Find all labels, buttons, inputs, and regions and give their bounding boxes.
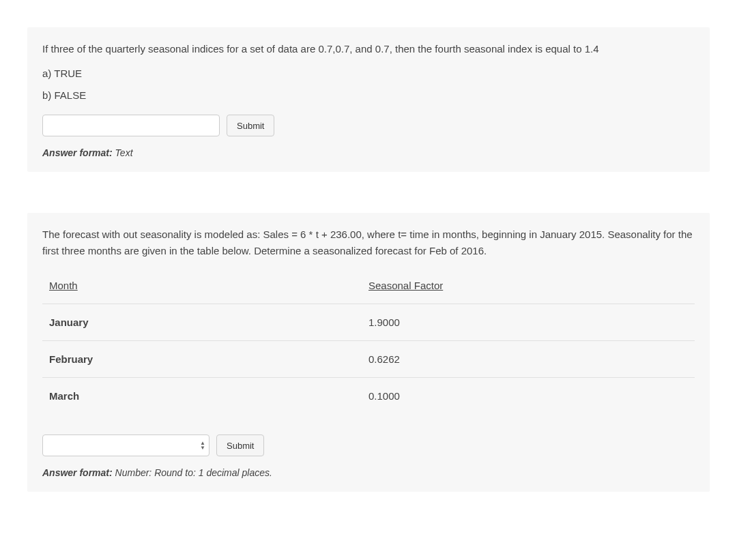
answer-format-label: Answer format: <box>42 147 113 158</box>
question-1-answer-input[interactable] <box>42 115 220 136</box>
number-input-wrapper: ▲ ▼ <box>42 434 209 456</box>
table-cell-month: February <box>49 353 369 365</box>
seasonal-table: Month Seasonal Factor January 1.9000 Feb… <box>42 267 695 414</box>
table-cell-factor: 0.1000 <box>369 390 688 402</box>
question-2: The forecast with out seasonality is mod… <box>27 213 710 492</box>
table-header-month: Month <box>49 280 369 291</box>
table-cell-month: January <box>49 316 369 328</box>
table-cell-factor: 1.9000 <box>369 316 688 328</box>
question-1-submit-button[interactable]: Submit <box>227 115 274 136</box>
question-1-text: If three of the quarterly seasonal indic… <box>42 41 695 57</box>
answer-format-value: Text <box>115 147 133 158</box>
question-2-answer-input[interactable] <box>42 434 209 456</box>
table-header-factor: Seasonal Factor <box>369 280 688 291</box>
table-cell-month: March <box>49 390 369 402</box>
table-cell-factor: 0.6262 <box>369 353 688 365</box>
question-2-text: The forecast with out seasonality is mod… <box>42 226 695 259</box>
answer-format-value: Number: Round to: 1 decimal places. <box>115 467 272 478</box>
question-2-submit-button[interactable]: Submit <box>216 434 264 456</box>
question-1: If three of the quarterly seasonal indic… <box>27 27 710 172</box>
table-row: March 0.1000 <box>42 377 695 414</box>
question-1-format: Answer format: Text <box>42 147 695 158</box>
question-1-input-row: Submit <box>42 115 695 136</box>
question-1-option-b: b) FALSE <box>42 87 695 104</box>
question-1-option-a: a) TRUE <box>42 65 695 82</box>
answer-format-label: Answer format: <box>42 467 113 478</box>
table-header-row: Month Seasonal Factor <box>42 267 695 304</box>
question-2-format: Answer format: Number: Round to: 1 decim… <box>42 467 695 478</box>
question-2-input-row: ▲ ▼ Submit <box>42 434 695 456</box>
number-stepper[interactable]: ▲ ▼ <box>200 441 205 450</box>
table-row: January 1.9000 <box>42 304 695 340</box>
chevron-down-icon: ▼ <box>200 445 205 450</box>
table-row: February 0.6262 <box>42 340 695 377</box>
